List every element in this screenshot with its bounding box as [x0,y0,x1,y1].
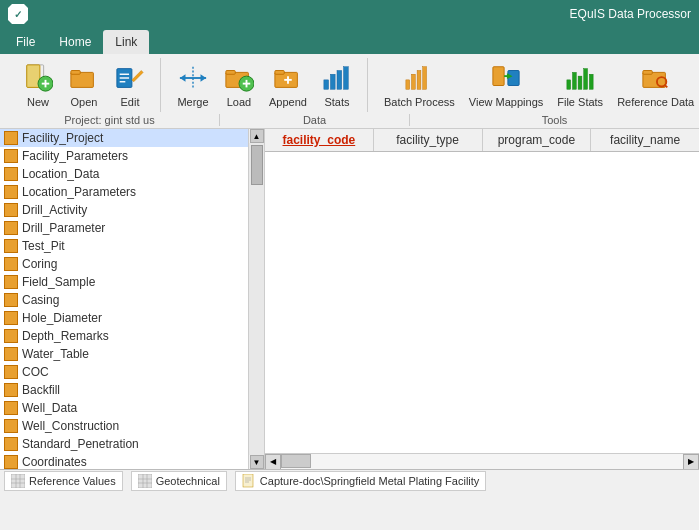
grid-col-facility-name: facility_name [591,129,699,151]
list-item-label: Facility_Project [22,131,103,145]
svg-rect-38 [573,72,577,89]
list-item[interactable]: Hole_Diameter [0,309,248,327]
list-item[interactable]: Facility_Parameters [0,147,248,165]
append-label: Append [269,96,307,108]
viewmap-icon [490,62,522,94]
list-item[interactable]: Field_Sample [0,273,248,291]
list-item[interactable]: Coordinates [0,453,248,469]
h-scroll-left-btn[interactable]: ◀ [265,454,281,470]
list-item[interactable]: Drill_Activity [0,201,248,219]
list-item-icon [4,275,18,289]
open-icon [68,62,100,94]
ribbon-buttons: New Open [0,54,699,112]
ribbon-btn-viewmap[interactable]: View Mappings [463,58,549,112]
svg-rect-33 [493,67,504,86]
grid-col-facility-type: facility_type [374,129,483,151]
ribbon-label-tools: Tools [410,114,699,126]
menu-file[interactable]: File [4,30,47,54]
list-scrollbar[interactable]: ▲ ▼ [248,129,264,469]
app-logo [8,4,28,24]
list-item[interactable]: Well_Data [0,399,248,417]
list-item[interactable]: Well_Construction [0,417,248,435]
ribbon-btn-stats[interactable]: Stats [315,58,359,112]
svg-rect-30 [412,74,416,89]
list-item-label: Hole_Diameter [22,311,102,325]
list-item-label: Facility_Parameters [22,149,128,163]
list-item-icon [4,239,18,253]
list-item[interactable]: Location_Data [0,165,248,183]
list-items[interactable]: Facility_ProjectFacility_ParametersLocat… [0,129,248,469]
title-bar: EQuIS Data Processor [0,0,699,28]
svg-rect-32 [423,67,427,90]
svg-rect-43 [643,71,652,75]
batch-label: Batch Process [384,96,455,108]
list-item-icon [4,203,18,217]
list-item-icon [4,419,18,433]
ribbon-btn-refdata[interactable]: Reference Data [611,58,699,112]
grid-content[interactable] [265,152,699,453]
list-item-label: Casing [22,293,59,307]
status-tab-capture-label: Capture-doc\Springfield Metal Plating Fa… [260,475,480,487]
ribbon-btn-open[interactable]: Open [62,58,106,112]
ribbon: New Open [0,54,699,129]
ribbon-btn-filestats[interactable]: File Stats [551,58,609,112]
h-scroll-right-btn[interactable]: ▶ [683,454,699,470]
list-item-icon [4,365,18,379]
list-item-icon [4,311,18,325]
list-item-icon [4,383,18,397]
menu-link[interactable]: Link [103,30,149,54]
ribbon-btn-merge[interactable]: Merge [171,58,215,112]
svg-rect-17 [226,71,235,75]
list-item-label: Standard_Penetration [22,437,139,451]
h-scroll-thumb[interactable] [281,454,311,468]
svg-rect-39 [578,76,582,89]
ribbon-group-tools: Batch Process View Mappings [370,58,699,112]
scrollbar-up-btn[interactable]: ▲ [250,129,264,143]
list-item-label: Test_Pit [22,239,65,253]
ribbon-btn-edit[interactable]: Edit [108,58,152,112]
load-label: Load [227,96,251,108]
geotechnical-grid-icon [138,474,152,488]
list-item[interactable]: Standard_Penetration [0,435,248,453]
ribbon-label-project: Project: gint std us [0,114,220,126]
h-scrollbar[interactable]: ◀ ▶ [265,453,699,469]
list-item[interactable]: Depth_Remarks [0,327,248,345]
svg-rect-28 [344,67,349,90]
new-icon [22,62,54,94]
list-item[interactable]: Facility_Project [0,129,248,147]
list-item[interactable]: Casing [0,291,248,309]
list-item[interactable]: Drill_Parameter [0,219,248,237]
ribbon-btn-batch[interactable]: Batch Process [378,58,461,112]
list-item-label: Location_Data [22,167,99,181]
status-tab-geotechnical[interactable]: Geotechnical [131,471,227,491]
status-tab-capture[interactable]: Capture-doc\Springfield Metal Plating Fa… [235,471,487,491]
list-item[interactable]: Location_Parameters [0,183,248,201]
load-icon [223,62,255,94]
left-panel-wrapper: Facility_ProjectFacility_ParametersLocat… [0,129,264,469]
append-icon [272,62,304,94]
svg-rect-25 [324,80,329,89]
viewmap-label: View Mappings [469,96,543,108]
list-item[interactable]: Test_Pit [0,237,248,255]
edit-label: Edit [121,96,140,108]
list-item[interactable]: Water_Table [0,345,248,363]
list-item-icon [4,347,18,361]
h-scroll-track[interactable] [281,454,683,469]
scrollbar-thumb[interactable] [251,145,263,185]
ribbon-btn-load[interactable]: Load [217,58,261,112]
scrollbar-down-btn[interactable]: ▼ [250,455,264,469]
svg-rect-34 [508,71,519,86]
status-tab-reference-label: Reference Values [29,475,116,487]
list-item[interactable]: Backfill [0,381,248,399]
menu-home[interactable]: Home [47,30,103,54]
ribbon-group-project: New Open [8,58,161,112]
open-label: Open [71,96,98,108]
grid-col-facility-code: facility_code [265,129,374,151]
ribbon-btn-append[interactable]: Append [263,58,313,112]
status-tab-reference[interactable]: Reference Values [4,471,123,491]
list-item-label: Coring [22,257,57,271]
list-item[interactable]: COC [0,363,248,381]
list-item[interactable]: Coring [0,255,248,273]
svg-rect-56 [243,474,253,487]
ribbon-btn-new[interactable]: New [16,58,60,112]
